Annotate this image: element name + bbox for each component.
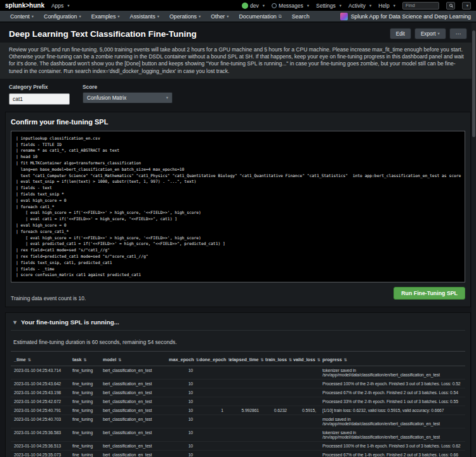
help-menu[interactable]: Help: [378, 3, 395, 9]
table-cell: Processed 33% of the 2-th epoch. Finishe…: [319, 397, 465, 406]
find-input[interactable]: [402, 2, 439, 10]
appbar-item-content[interactable]: Content: [5, 11, 39, 22]
table-cell: fine_tuning: [69, 388, 100, 397]
messages-label: Messages: [279, 3, 303, 9]
col-header-model[interactable]: model⇅: [100, 352, 166, 366]
vertical-scrollbar[interactable]: [472, 23, 476, 457]
appbar-item-operations[interactable]: Operations: [164, 11, 206, 22]
table-cell: [290, 366, 319, 380]
search-icon[interactable]: [446, 2, 455, 10]
table-cell: [262, 366, 290, 380]
page-title: Deep Learning Text Classification Fine-T…: [9, 29, 197, 39]
collapse-icon[interactable]: [13, 319, 17, 326]
table-row[interactable]: 2023-01-10 04:25:35.073fine_tuningbert_c…: [11, 451, 465, 457]
table-cell: tokenizer saved in/srv/app/model/data/cl…: [319, 366, 465, 380]
col-header-max_epoch[interactable]: max_epoch⇅: [166, 352, 196, 366]
score-group: Score Confusion Matrix: [83, 84, 173, 105]
table-cell: [227, 366, 262, 380]
category-prefix-input[interactable]: [9, 93, 70, 105]
apps-menu[interactable]: Apps: [51, 3, 70, 9]
table-cell: 2023-01-10 04:25:36.513: [11, 442, 69, 451]
col-header-label: progress: [322, 357, 342, 362]
table-cell: 10: [166, 428, 196, 442]
more-button[interactable]: ⋯: [449, 28, 467, 39]
table-cell: fine_tuning: [69, 380, 100, 388]
col-header-_time[interactable]: _time⇅: [11, 352, 69, 366]
table-row[interactable]: 2023-01-10 04:25:36.583fine_tuningbert_c…: [11, 428, 465, 442]
scrollbar-thumb[interactable]: [472, 30, 475, 137]
table-cell: [262, 451, 290, 457]
table-cell: 10: [166, 406, 196, 415]
col-header-done_epoch[interactable]: done_epoch⇅: [196, 352, 227, 366]
table-cell: fine_tuning: [69, 366, 100, 380]
appbar-item-examples[interactable]: Examples: [86, 11, 125, 22]
training-count-text: Training data event count is 10.: [11, 295, 86, 301]
export-button[interactable]: Export: [414, 28, 446, 39]
table-cell: [227, 388, 262, 397]
edit-button[interactable]: Edit: [390, 28, 411, 39]
table-cell: [262, 388, 290, 397]
table-row[interactable]: 2023-01-10 04:25:43.198fine_tuningbert_c…: [11, 388, 465, 397]
app-title-link[interactable]: Splunk App for Data Science and Deep Lea…: [340, 13, 471, 20]
col-header-label: model: [103, 357, 116, 362]
splunk-logo[interactable]: splunk>hunk: [5, 2, 44, 9]
col-header-label: task: [72, 357, 81, 362]
col-header-task[interactable]: task⇅: [69, 352, 100, 366]
spl-panel-title: Confirm your fine-tuning SPL: [11, 118, 465, 126]
table-cell: [196, 366, 227, 380]
appbar-item-configuration[interactable]: Configuration: [39, 11, 86, 22]
table-cell: 10: [166, 366, 196, 380]
table-cell: 2023-01-10 04:25:35.073: [11, 451, 69, 457]
appbar-item-other[interactable]: Other: [206, 11, 234, 22]
table-row[interactable]: 2023-01-10 04:25:42.672fine_tuningbert_c…: [11, 397, 465, 406]
table-cell: [196, 428, 227, 442]
table-cell: [290, 451, 319, 457]
table-cell: fine_tuning: [69, 451, 100, 457]
table-cell: fine_tuning: [69, 442, 100, 451]
table-cell: [1/10] train loss: 0.6232, valid loss: 0…: [319, 406, 465, 415]
run-fine-tuning-button[interactable]: Run Fine-Tuning SPL: [393, 287, 465, 300]
col-header-valid_loss[interactable]: valid_loss⇅: [290, 352, 319, 366]
table-cell: 0.5915,: [290, 406, 319, 415]
appbar-item-documentation[interactable]: Documentation: [234, 11, 287, 22]
sort-icon: ⇅: [317, 358, 321, 362]
table-row[interactable]: 2023-01-10 04:25:36.513fine_tuningbert_c…: [11, 442, 465, 451]
table-row[interactable]: 2023-01-10 04:25:43.714fine_tuningbert_c…: [11, 366, 465, 380]
table-cell: 10: [166, 380, 196, 388]
table-cell: [196, 380, 227, 388]
chrome-more-icon[interactable]: [462, 2, 471, 10]
col-header-train_loss[interactable]: train_loss⇅: [262, 352, 290, 366]
col-header-label: _time: [14, 357, 26, 362]
col-header-progress[interactable]: progress⇅: [319, 352, 465, 366]
spl-code[interactable]: | inputlookup classification_en.csv | fi…: [11, 131, 465, 282]
score-value: Confusion Matrix: [87, 95, 126, 101]
activity-menu[interactable]: Activity: [348, 3, 371, 9]
table-cell: Processed 100% of the 1-th epoch. Finish…: [319, 442, 465, 451]
table-cell: [196, 451, 227, 457]
table-cell: 10: [166, 415, 196, 428]
messages-menu[interactable]: Messages: [272, 3, 309, 9]
appbar-item-assistants[interactable]: Assistants: [125, 11, 164, 22]
table-cell: [290, 397, 319, 406]
table-cell: 5.992861: [227, 406, 262, 415]
top-chrome-bar: splunk>hunk Apps dev Messages Settings A…: [0, 0, 476, 11]
table-row[interactable]: 2023-01-10 04:25:40.703fine_tuningbert_c…: [11, 415, 465, 428]
settings-menu[interactable]: Settings: [316, 3, 341, 9]
table-header-row: _time⇅task⇅model⇅max_epoch⇅done_epoch⇅el…: [11, 352, 465, 366]
table-row[interactable]: 2023-01-10 04:25:43.642fine_tuningbert_c…: [11, 380, 465, 388]
table-cell: fine_tuning: [69, 406, 100, 415]
table-cell: 2023-01-10 04:25:36.583: [11, 428, 69, 442]
appbar-item-search[interactable]: Search: [287, 11, 315, 22]
col-header-elapsed_time[interactable]: elapsed_time⇅: [227, 352, 262, 366]
table-cell: 2023-01-10 04:25:43.714: [11, 366, 69, 380]
table-row[interactable]: 2023-01-10 04:25:40.791fine_tuningbert_c…: [11, 406, 465, 415]
table-cell: bert_classification_en_test: [100, 366, 166, 380]
score-dropdown[interactable]: Confusion Matrix: [83, 92, 173, 103]
table-cell: [262, 442, 290, 451]
table-cell: Processed 67% of the 1-th epoch. Finishe…: [319, 451, 465, 457]
col-header-label: valid_loss: [293, 357, 315, 362]
table-cell: 10: [166, 388, 196, 397]
user-menu[interactable]: dev: [242, 3, 265, 9]
table-cell: [227, 415, 262, 428]
table-cell: 2023-01-10 04:25:40.791: [11, 406, 69, 415]
